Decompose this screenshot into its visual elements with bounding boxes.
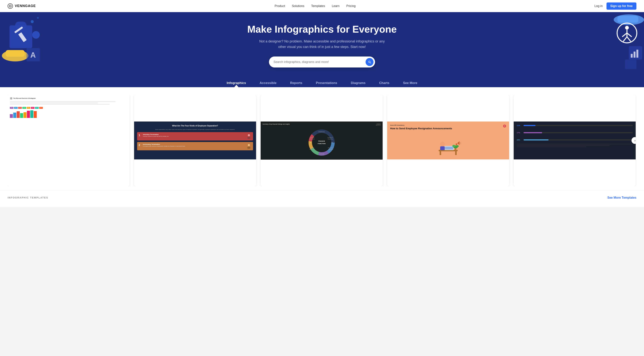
svg-rect-54 (440, 151, 441, 155)
search-button[interactable] (366, 58, 374, 66)
svg-text:Pressures: Pressures (310, 138, 314, 140)
card-dark[interactable]: 11% 17% (514, 95, 636, 186)
svg-point-5 (2, 50, 28, 62)
svg-point-30 (247, 147, 250, 149)
svg-rect-21 (631, 54, 633, 58)
search-bar (269, 57, 375, 68)
hero-section: A (0, 12, 644, 87)
tab-infographics[interactable]: Infographics (220, 79, 253, 87)
card4-title-text: How to Send Employee Resignation Announc… (390, 127, 452, 130)
svg-text:FUNCTION: FUNCTION (318, 143, 326, 144)
svg-text:Pressures: Pressures (310, 149, 314, 150)
svg-text:Receiving: Receiving (319, 153, 324, 154)
svg-point-29 (248, 144, 250, 146)
card3-title-text: Summary of key financial findings and in… (262, 123, 290, 125)
nav-actions: Log in Sign up for free (594, 3, 636, 10)
stat-3: 23% (517, 139, 633, 141)
cards-section: The Rise and Success of Instagram 2010 2… (0, 87, 644, 190)
svg-rect-12 (618, 16, 638, 23)
logo-text: VENNGAGE (15, 4, 36, 8)
card-employee[interactable]: What Are The Four Kinds of Employee Sepa… (134, 95, 256, 186)
svg-point-62 (452, 145, 455, 147)
card-employee-img: What Are The Four Kinds of Employee Sepa… (134, 95, 256, 186)
svg-text:regulation: regulation (328, 149, 333, 150)
stat-1: 11% (517, 125, 633, 126)
svg-point-37 (314, 135, 329, 150)
nav-links: Product Solutions Templates Learn Pricin… (275, 4, 356, 8)
svg-point-9 (31, 20, 34, 23)
svg-text:New role &: New role & (328, 147, 333, 148)
svg-text:Strategy &: Strategy & (328, 137, 333, 138)
svg-text:⤡: ⤡ (332, 142, 333, 144)
svg-rect-55 (455, 151, 457, 155)
card2-subtitle-text: Some organizations may outline many more… (137, 129, 253, 130)
svg-rect-24 (625, 60, 636, 69)
tab-see-more[interactable]: See More (396, 79, 424, 87)
search-icon (368, 60, 371, 64)
hr-illustration (435, 137, 462, 156)
svg-text:A: A (30, 51, 36, 59)
svg-point-63 (456, 145, 459, 147)
svg-text:⤡: ⤡ (310, 142, 312, 144)
svg-rect-23 (636, 50, 638, 58)
svg-text:External: External (310, 137, 314, 138)
tab-diagrams[interactable]: Diagrams (344, 79, 372, 87)
svg-rect-20 (629, 46, 642, 60)
hero-subtitle: Not a designer? No problem. Make accessi… (258, 39, 386, 50)
card-instagram-img: The Rise and Success of Instagram 2010 2… (8, 95, 130, 186)
logo-svg (9, 5, 12, 8)
section-label: INFOGRAPHIC TEMPLATES (8, 196, 48, 199)
svg-rect-65 (456, 144, 457, 145)
card4-company-text: Zuvar HR Consultancy (390, 125, 452, 126)
svg-rect-6 (6, 50, 24, 57)
hero-deco-right (595, 12, 644, 70)
card-dark-img: 11% 17% (514, 95, 636, 186)
svg-rect-59 (440, 146, 445, 150)
svg-point-26 (11, 98, 12, 99)
svg-rect-22 (634, 52, 636, 58)
tab-presentations[interactable]: Presentations (309, 79, 344, 87)
card5-stats: 11% 17% (517, 125, 633, 141)
nav-learn[interactable]: Learn (332, 4, 340, 8)
finance-chart: FINANCE FUNCTION ⤡ ⤡ Globalization Strat… (308, 129, 335, 156)
nav-solutions[interactable]: Solutions (292, 4, 304, 8)
tab-charts[interactable]: Charts (372, 79, 396, 87)
card-hr[interactable]: Zuvar HR Consultancy How to Send Employe… (387, 95, 509, 186)
tab-reports[interactable]: Reports (283, 79, 309, 87)
svg-point-58 (440, 142, 445, 146)
card-instagram[interactable]: The Rise and Success of Instagram 2010 2… (8, 95, 130, 186)
svg-line-18 (623, 37, 627, 42)
svg-point-10 (37, 17, 39, 19)
svg-rect-7 (26, 48, 40, 62)
svg-text:Internal: Internal (310, 147, 314, 148)
logo[interactable]: VENNGAGE (8, 4, 36, 9)
tab-accessible[interactable]: Accessible (253, 79, 283, 87)
login-button[interactable]: Log in (594, 4, 603, 8)
nav-pricing[interactable]: Pricing (346, 4, 356, 8)
card1-title-text: The Rise and Success of Instagram (13, 98, 36, 99)
svg-line-19 (627, 37, 631, 42)
card-finance-img: Summary of key financial findings and in… (261, 95, 382, 186)
bottom-section: INFOGRAPHIC TEMPLATES See More Templates (0, 190, 644, 207)
nav-product[interactable]: Product (275, 4, 285, 8)
svg-rect-57 (445, 147, 453, 150)
svg-text:FINANCE: FINANCE (318, 140, 325, 142)
card-hr-img: Zuvar HR Consultancy How to Send Employe… (387, 95, 509, 186)
logo-icon (8, 4, 13, 9)
cards-row: The Rise and Success of Instagram 2010 2… (8, 95, 636, 186)
svg-text:Reporting: Reporting (328, 138, 332, 140)
card2-item-2: 2 Involuntary Termination A company ends… (137, 142, 253, 150)
card-finance[interactable]: Summary of key financial findings and in… (261, 95, 382, 186)
svg-text:Globalization: Globalization (318, 131, 325, 132)
signup-button[interactable]: Sign up for free (606, 3, 636, 10)
stat-2: 17% (517, 132, 633, 134)
svg-point-27 (248, 134, 250, 136)
svg-point-28 (247, 137, 250, 139)
search-input[interactable] (274, 60, 366, 64)
see-more-templates-link[interactable]: See More Templates (607, 196, 636, 199)
category-tabs: Infographics Accessible Reports Presenta… (8, 74, 636, 87)
hero-deco-left: A (0, 12, 49, 70)
nav-templates[interactable]: Templates (311, 4, 325, 8)
card2-item-1: 1 Voluntary Termination A person chooses… (137, 132, 253, 140)
card2-title-text: What Are The Four Kinds of Employee Sepa… (137, 125, 253, 127)
